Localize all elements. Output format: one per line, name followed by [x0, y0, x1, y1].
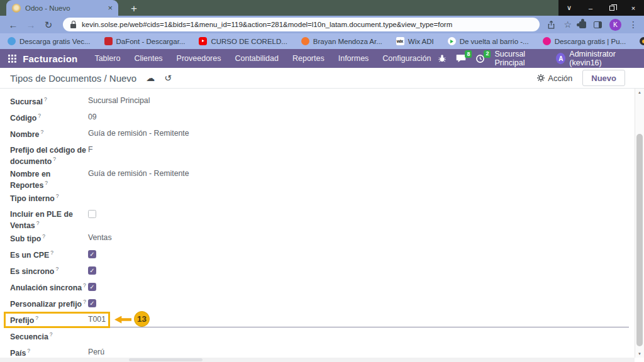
form-field-row: Secuencia? — [10, 330, 634, 346]
bookmark-label: Brayan Mendoza Ar... — [313, 38, 382, 45]
messages-icon[interactable]: 8 — [456, 54, 466, 63]
browser-tab[interactable]: Odoo - Nuevo × — [6, 0, 118, 16]
field-value[interactable]: T001 — [88, 314, 634, 324]
app-name[interactable]: Facturacion — [23, 53, 77, 64]
help-marker: ? — [53, 156, 56, 162]
tab-close-icon[interactable]: × — [108, 4, 113, 12]
company-selector[interactable]: Sucursal Principal — [494, 50, 547, 67]
field-value[interactable]: ✓ — [88, 281, 634, 291]
form-field-row: Es sincrono? ✓ — [10, 265, 634, 281]
checkbox-checked[interactable]: ✓ — [88, 299, 96, 307]
scroll-down-icon[interactable]: ▼ — [635, 350, 644, 358]
annotation-step-badge: 13 — [134, 311, 150, 327]
debug-bug-icon[interactable] — [438, 54, 447, 63]
bookmark-item[interactable]: DaFont - Descargar... — [104, 37, 186, 45]
help-marker: ? — [50, 250, 53, 256]
window-close-button[interactable]: × — [623, 0, 644, 16]
help-marker: ? — [44, 96, 47, 102]
bookmark-item[interactable]: CURSO DE CORELD... — [199, 37, 287, 45]
menu-item-tablero[interactable]: Tablero — [87, 54, 127, 63]
browser-titlebar: Odoo - Nuevo × + ∨ – × — [0, 0, 644, 16]
extensions-icon[interactable] — [579, 21, 586, 28]
bookmark-item[interactable]: Wix ADI — [396, 37, 434, 45]
bookmark-item[interactable]: Brayan Mendoza Ar... — [301, 37, 382, 45]
back-button[interactable]: ← — [6, 20, 20, 30]
menu-item-clientes[interactable]: Clientes — [127, 54, 169, 63]
horizontal-scrollbar[interactable] — [0, 358, 635, 362]
field-value[interactable]: F — [88, 144, 634, 154]
field-value[interactable]: ✓ — [88, 248, 634, 258]
bookmark-item[interactable]: Descarga gratis Vec... — [8, 37, 91, 45]
menu-item-configuracion[interactable]: Configuración — [375, 54, 438, 63]
window-restore-button[interactable] — [601, 0, 623, 16]
field-label: Anulación sincrona? — [10, 281, 88, 293]
user-menu[interactable]: A Administrator (kevin16) — [556, 50, 636, 67]
bookmark-label: Descarga gratis | Pu... — [555, 38, 626, 45]
vertical-scrollbar[interactable]: ▲ ▼ — [635, 89, 644, 358]
discard-undo-icon[interactable]: ↺ — [164, 74, 172, 82]
action-menu-button[interactable]: Acción — [537, 74, 572, 83]
field-value[interactable]: ✓ — [88, 297, 634, 307]
field-label: País? — [10, 346, 88, 359]
save-cloud-icon[interactable]: ☁ — [146, 74, 155, 82]
form-field-row: Nombre en Reportes? Guía de remisión - R… — [10, 168, 634, 192]
scroll-up-icon[interactable]: ▲ — [635, 89, 644, 96]
field-value[interactable]: Guía de remisión - Remitente — [88, 128, 634, 138]
control-panel: Tipos de Documentos / Nuevo ☁ ↺ Acción N… — [0, 68, 644, 89]
address-bar[interactable]: kevin.solse.pe/web#cids=1&bids=1&menu_id… — [63, 18, 540, 31]
field-value[interactable]: Ventas — [88, 232, 634, 242]
menu-item-proveedores[interactable]: Proveedores — [170, 54, 228, 63]
bookmark-favicon-icon — [448, 37, 456, 45]
prefijo-input-underline — [5, 327, 629, 327]
field-label: Sucursal? — [10, 95, 88, 107]
vertical-scrollbar-thumb[interactable] — [636, 134, 643, 346]
bookmark-item[interactable]: De vuelta al barrio -... — [448, 37, 529, 45]
activities-clock-icon[interactable]: 2 — [475, 54, 485, 63]
breadcrumb[interactable]: Tipos de Documentos / Nuevo — [10, 73, 136, 84]
side-panel-icon[interactable] — [594, 21, 602, 28]
checkbox-checked[interactable]: ✓ — [88, 283, 96, 291]
field-value[interactable] — [88, 208, 634, 218]
form-field-row: Tipo interno? — [10, 192, 634, 208]
lock-icon[interactable] — [70, 24, 76, 28]
field-label: Sub tipo? — [10, 232, 88, 244]
activities-badge: 2 — [484, 50, 491, 58]
share-icon[interactable] — [547, 20, 556, 30]
form-field-row: Código? 09 — [10, 111, 634, 128]
field-value[interactable]: Sucursal Principal — [88, 95, 634, 105]
checkbox-unchecked[interactable] — [88, 210, 96, 218]
new-tab-button[interactable]: + — [131, 3, 137, 14]
apps-grid-icon[interactable] — [8, 54, 16, 63]
menu-item-informes[interactable]: Informes — [331, 54, 376, 63]
menu-item-reportes[interactable]: Reportes — [286, 54, 331, 63]
checkbox-checked[interactable]: ✓ — [88, 250, 96, 258]
reload-button[interactable]: ↻ — [42, 20, 55, 30]
form-field-row: Prefijo del código de documento? F — [10, 144, 634, 168]
field-value[interactable] — [88, 330, 634, 331]
forward-button[interactable]: → — [24, 20, 38, 30]
browser-profile-avatar[interactable]: K — [609, 19, 621, 31]
bookmark-favicon-icon — [199, 37, 207, 45]
window-menu-button[interactable]: ∨ — [558, 0, 580, 16]
bookmark-label: Descarga gratis Vec... — [19, 38, 91, 45]
form-field-row: Sucursal? Sucursal Principal — [10, 95, 634, 111]
field-value[interactable]: ✓ — [88, 265, 634, 275]
bookmark-item[interactable]: Punto de venta Ven... — [640, 37, 644, 45]
browser-menu-icon[interactable]: ⋮ — [629, 19, 638, 30]
checkbox-checked[interactable]: ✓ — [88, 266, 96, 275]
form-field-row: Nombre? Guía de remisión - Remitente — [10, 128, 634, 144]
bookmark-item[interactable]: Descarga gratis | Pu... — [543, 37, 626, 45]
field-value[interactable] — [88, 192, 634, 193]
help-marker: ? — [40, 129, 43, 135]
bookmark-star-icon[interactable]: ☆ — [564, 20, 572, 29]
window-minimize-button[interactable]: – — [580, 0, 601, 16]
bookmark-label: Wix ADI — [408, 38, 434, 45]
field-value[interactable]: Guía de remisión - Remitente — [88, 168, 634, 178]
new-button[interactable]: Nuevo — [582, 70, 625, 86]
field-value[interactable]: 09 — [88, 111, 634, 121]
menu-item-contabilidad[interactable]: Contabilidad — [228, 54, 286, 63]
field-value[interactable]: Perú — [88, 346, 634, 356]
horizontal-scrollbar-thumb[interactable] — [129, 358, 203, 361]
field-label: Prefijo del código de documento? — [10, 144, 88, 168]
help-marker: ? — [27, 348, 30, 354]
